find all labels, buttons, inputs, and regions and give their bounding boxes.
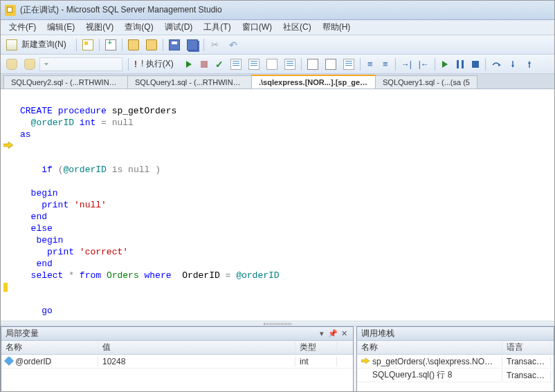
dropdown-icon[interactable]: ▾ [317,329,327,339]
open-button[interactable] [125,37,142,53]
continue-button[interactable] [438,57,452,72]
parse-button[interactable]: ✓ [212,57,226,72]
frame-spacer [361,371,370,377]
toolbar-sql: ! ! 执行(X) ✓ ≡ ≡ →| |← [1,55,554,74]
save-all-button[interactable] [184,37,201,53]
pause-button[interactable] [453,57,467,72]
separator [128,58,129,71]
tab-sqlquery1-52[interactable]: SQLQuery1.sql - (...RTHWIND (sa (52))* [127,75,252,88]
code-line: print 'null' [1,199,554,211]
results-file-button[interactable] [322,57,339,72]
separator [99,39,100,51]
connect-button[interactable] [3,57,20,72]
execute-label: ! 执行(X) [137,58,178,70]
callstack-title-bar: 调用堆栈 [357,327,554,341]
code-line: CREATE procedure sp_getOrders [1,105,554,117]
step-out-icon [525,59,534,69]
menu-file[interactable]: 文件(F) [3,20,42,35]
tab-sqlquery1-other[interactable]: SQLQuery1.sql - (...(sa (5 [375,75,477,88]
undo-button[interactable]: ↶ [225,37,242,53]
code-line [1,93,554,105]
close-icon[interactable]: ✕ [339,329,349,339]
database-combo[interactable] [39,57,122,71]
execute-button[interactable]: ! ! 执行(X) [131,57,181,72]
locals-header-row: 名称 值 类型 [1,341,353,355]
sql-editor[interactable]: CREATE procedure sp_getOrders @orderID i… [1,89,554,321]
stop-icon [201,61,208,68]
locals-header-type: 类型 [295,342,337,353]
menu-view[interactable]: 视图(V) [80,20,119,35]
new-file-button[interactable] [80,37,96,53]
stop-debug-button[interactable] [468,57,482,72]
save-button[interactable] [166,37,183,53]
new-query-button[interactable]: 新建查询(N) [3,37,73,53]
callstack-row[interactable]: SQLQuery1.sql() 行 8 Transact-SQL [357,368,554,382]
query-options-button[interactable] [264,57,280,72]
title-bar: (正在调试) - Microsoft SQL Server Management… [1,1,554,20]
cut-button[interactable]: ✂ [207,37,224,53]
save-all-icon [187,39,198,50]
callstack-header-name: 名称 [357,342,502,353]
code-line: begin [1,187,554,199]
code-line: print 'correct' [1,246,554,258]
tab-sqlquery2[interactable]: SQLQuery2.sql - (...RTHWIND (sa (53))* [3,75,128,88]
page-icon [82,39,93,50]
svg-marker-1 [511,65,514,68]
database-change-icon [24,59,35,70]
stop-exec-button[interactable] [197,57,211,72]
cut-icon: ✂ [210,39,221,50]
continue-icon [442,61,448,68]
pin-icon[interactable]: 📌 [328,329,338,339]
locals-row[interactable]: @orderID 10248 int [1,355,353,368]
open-project-button[interactable] [143,37,160,53]
step-over-button[interactable] [489,57,504,72]
callstack-row[interactable]: sp_getOrders(.\sqlexpress.NORTHWIND) Tra… [357,355,554,368]
window-title: (正在调试) - Microsoft SQL Server Management… [20,4,222,16]
menu-edit[interactable]: 编辑(E) [42,20,80,35]
callstack-panel: 调用堆栈 名称 语言 sp_getOrders(.\sqlexpress.NOR… [356,326,554,392]
comment-button[interactable]: ≡ [363,57,377,72]
step-into-button[interactable] [505,57,520,72]
locals-row-type: int [295,357,337,366]
menu-query[interactable]: 查询(Q) [119,20,158,35]
indent-button[interactable]: →| [399,57,415,72]
file-results-icon [325,59,336,70]
menu-window[interactable]: 窗口(W) [237,20,278,35]
uncomment-icon: ≡ [383,59,388,69]
database-icon [6,59,17,70]
results-text-button[interactable] [304,57,321,72]
tab-sp-getorders[interactable]: .\sqlexpress.[NOR...].[sp_getOrders]* [251,75,376,88]
current-line-arrow-icon [3,142,13,149]
grid-icon [284,59,295,70]
locals-panel: 局部变量 ▾ 📌 ✕ 名称 值 类型 @orderID 10248 int [1,326,354,392]
step-out-button[interactable] [522,57,537,72]
grid2-icon [343,59,354,70]
callstack-row-name: SQLQuery1.sql() 行 8 [357,369,502,381]
locals-row-value: 10248 [98,357,295,366]
results-grid-2-button[interactable] [340,57,357,72]
uncomment-button[interactable]: ≡ [379,57,392,72]
outdent-button[interactable]: |← [416,57,432,72]
parameter-icon [4,357,14,366]
include-plan-button[interactable] [246,57,262,72]
code-line: as [1,129,554,140]
horizontal-splitter[interactable] [1,321,554,326]
svg-marker-4 [361,357,370,364]
menu-community[interactable]: 社区(C) [278,20,317,35]
callstack-row-lang: Transact-SQL [502,357,551,366]
chevron-down-icon [44,63,48,66]
undo-icon: ↶ [228,39,239,50]
change-connection-button[interactable] [21,57,38,72]
code-line: go [1,281,554,321]
menu-tools[interactable]: 工具(T) [198,20,236,35]
save-icon [169,39,180,50]
results-grid-button[interactable] [282,57,298,72]
menu-help[interactable]: 帮助(H) [317,20,356,35]
debug-button[interactable] [182,57,196,72]
display-plan-button[interactable] [228,57,244,72]
menu-debug[interactable]: 调试(D) [159,20,199,35]
new-project-button[interactable] [102,37,119,53]
locals-header-name: 名称 [1,342,98,353]
locals-body: 名称 值 类型 @orderID 10248 int [1,341,353,391]
code-line: @orderID int = null [1,117,554,129]
